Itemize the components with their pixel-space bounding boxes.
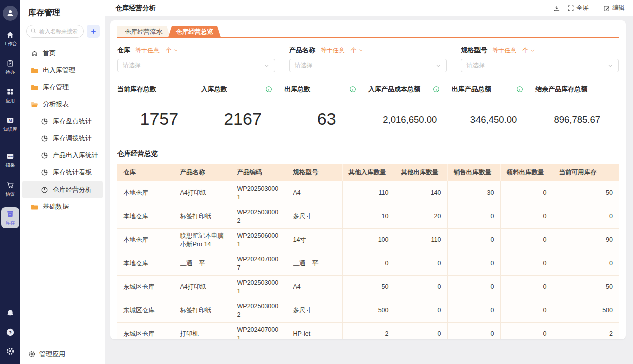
select-placeholder: 请选择 [123,61,141,70]
filter-condition-dropdown[interactable]: 等于任意一个 [321,46,364,55]
pie-icon [41,152,48,159]
table-cell: 20 [395,205,447,228]
column-header: 领料出库数量 [500,164,553,181]
table-cell: 三通一平 [287,252,342,275]
column-header: 产品编码 [231,164,287,181]
rail-item-label: 招采 [6,162,15,169]
sidebar-item-2[interactable]: 库存管理 [22,79,103,96]
add-button[interactable] [87,25,100,38]
table-cell: 0 [395,322,447,339]
sidebar-item-9[interactable]: 基础数据 [22,198,103,215]
tab-1[interactable]: 仓库经营总览 [168,26,221,37]
home-icon [6,31,14,39]
sidebar-item-label: 出入库管理 [43,66,75,75]
sidebar-item-7[interactable]: 库存统计看板 [22,164,103,181]
table-cell: 110 [342,181,395,205]
avatar[interactable] [3,6,18,21]
rail-item-todo[interactable]: 待办 [1,57,19,78]
stat-value: 346,450.00 [452,93,536,127]
filter-condition-dropdown[interactable]: 等于任意一个 [492,46,535,55]
stat-5: 结余产品库存总额896,785.67 [535,85,619,127]
svg-text:?: ? [9,330,12,335]
sidebar-item-6[interactable]: 产品出入库统计 [22,147,103,164]
tab-0[interactable]: 仓库经营流水 [117,26,170,37]
table-cell: 0 [553,252,619,275]
stat-3: 入库产品成本总额2,016,650.00 [368,85,452,127]
table-cell: 50 [553,181,619,205]
table-row: 本地仓库联想笔记本电脑小新Pro 14WP202506000114寸100110… [117,228,619,252]
info-icon[interactable] [349,86,356,93]
overview-table: 仓库产品名称产品编码规格型号其他入库数量其他出库数量销售出库数量领料出库数量当前… [117,164,619,339]
gear-icon [28,350,36,358]
table-row: 本地仓库标签打印纸WP2025030002多尺寸1020000 [117,205,619,228]
rail-item-agreement[interactable]: 协议 [1,178,19,200]
svg-text:SRM: SRM [8,155,13,158]
sidebar-item-0[interactable]: 首页 [22,45,103,62]
select-placeholder: 请选择 [295,61,313,70]
table-cell: 0 [395,299,447,322]
table-row: 本地仓库A4打印纸WP2025030001A411014030050 [117,181,619,205]
settings-button[interactable] [6,347,15,356]
table-cell: HP-let [287,322,342,339]
rail-item-knowledge[interactable]: AI知识库 [1,114,19,135]
download-icon [553,5,560,12]
table-cell: 东城区仓库 [117,275,174,299]
table-cell: 2 [553,322,619,339]
filter-condition-dropdown[interactable]: 等于任意一个 [135,46,179,55]
rail-item-inventory[interactable]: 库存 [1,207,19,228]
filter-label: 规格型号 [461,46,487,55]
column-header: 仓库 [117,164,174,181]
sidebar-item-label: 仓库经营分析 [53,185,92,194]
table-cell: 标签打印纸 [174,299,231,322]
help-button[interactable]: ? [6,328,15,337]
table-cell: 多尺寸 [287,205,342,228]
sidebar-item-1[interactable]: 出入库管理 [22,62,103,79]
table-cell: 本地仓库 [117,228,174,252]
ai-badge-icon: AI [6,116,14,124]
user-icon [6,9,15,18]
filter-select[interactable]: 请选择 [289,59,447,72]
sidebar-item-4[interactable]: 库存盘点统计 [22,113,103,130]
chevron-down-icon [530,48,535,53]
page-title: 仓库经营分析 [115,4,156,13]
chevron-down-icon [173,48,179,53]
rail-item-workbench[interactable]: 工作台 [1,28,19,49]
divider [1,142,14,142]
sidebar-item-label: 基础数据 [43,202,69,211]
info-icon[interactable] [265,86,272,93]
filter-label: 仓库 [117,46,130,55]
sidebar-item-label: 分析报表 [43,100,69,109]
srm-badge-icon: SRM [6,152,14,160]
column-header: 销售出库数量 [447,164,500,181]
sidebar-item-5[interactable]: 库存调拨统计 [22,130,103,147]
table-cell: A4打印纸 [174,181,231,205]
table-cell: 0 [395,252,447,275]
rail-item-label: 知识库 [3,126,17,133]
download-button[interactable] [553,5,560,12]
notifications-button[interactable] [6,309,15,318]
rail-item-procurement[interactable]: SRM招采 [1,150,19,171]
rail-item-apps[interactable]: 应用 [1,85,19,106]
fullscreen-button[interactable]: 全屏 [567,4,589,12]
table-cell: 30 [447,181,500,205]
sidebar-item-8[interactable]: 仓库经营分析 [22,181,103,198]
edit-button[interactable]: 编辑 [603,4,625,12]
pie-icon [41,169,48,176]
manage-apps-button[interactable]: 管理应用 [20,344,105,364]
stat-value: 896,785.67 [535,93,619,127]
page-topbar: 仓库经营分析 全屏 编辑 [105,0,633,16]
sidebar-item-3[interactable]: 分析报表 [22,96,103,113]
sidebar-item-label: 库存管理 [43,83,69,92]
info-icon[interactable] [516,86,523,93]
pie-icon [41,186,48,194]
info-icon[interactable] [433,86,440,93]
table-row: 东城区仓库标签打印纸WP2025030002多尺寸500000500 [117,299,619,322]
rail-item-label: 库存 [6,220,15,226]
filter-select[interactable]: 请选择 [117,59,275,72]
table-title: 仓库经营总览 [117,149,619,158]
table-cell: WP2025030001 [231,275,287,299]
table-row: 东城区仓库A4打印纸WP2025030001A45000050 [117,275,619,299]
filter-condition-label: 等于任意一个 [321,46,357,55]
stat-value: 2,016,650.00 [368,93,452,127]
filter-select[interactable]: 请选择 [461,59,619,72]
